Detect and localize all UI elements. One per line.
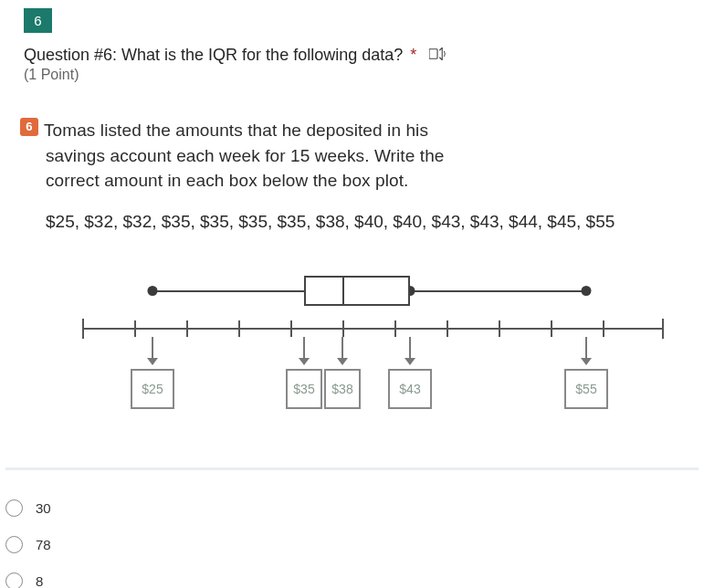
box-plot: $25 $35 $38 $43 $55 (29, 278, 675, 442)
arrow-down-icon (409, 337, 411, 364)
whisker-left (152, 290, 304, 292)
axis-tick (447, 320, 448, 337)
value-box-q3: $43 (388, 369, 432, 409)
inner-question-number: 6 (20, 118, 38, 136)
question-header: 6 Question #6: What is the IQR for the f… (0, 0, 704, 96)
axis-end-right (662, 319, 664, 339)
prompt-line-1: Tomas listed the amounts that he deposit… (44, 121, 428, 140)
radio-icon[interactable] (5, 499, 23, 517)
whisker-right (410, 290, 586, 292)
required-asterisk: * (410, 46, 416, 65)
number-line-axis (82, 328, 664, 330)
option-label: 30 (36, 500, 51, 516)
question-title: Question #6: What is the IQR for the fol… (24, 46, 403, 65)
question-title-row: Question #6: What is the IQR for the fol… (24, 46, 680, 65)
arrow-down-icon (152, 337, 153, 364)
max-dot (582, 286, 592, 296)
axis-tick (290, 320, 292, 337)
value-box-max: $55 (564, 369, 608, 409)
axis-tick (342, 320, 344, 337)
value-box-q1: $35 (286, 369, 322, 409)
axis-tick (238, 320, 240, 337)
option-label: 8 (36, 573, 43, 588)
question-content-image: 6Tomas listed the amounts that he deposi… (5, 105, 699, 470)
points-label: (1 Point) (24, 67, 680, 83)
immersive-reader-icon[interactable] (429, 46, 446, 65)
option-78[interactable]: 78 (5, 527, 699, 563)
arrow-down-icon (303, 337, 305, 364)
min-dot (148, 286, 158, 296)
iqr-box (304, 276, 410, 306)
axis-tick (551, 320, 552, 337)
axis-tick (499, 320, 500, 337)
axis-tick (394, 320, 396, 337)
arrow-down-icon (341, 337, 343, 364)
radio-icon[interactable] (5, 572, 23, 588)
answer-options: 30 78 8 3 (0, 470, 704, 588)
option-label: 78 (36, 537, 51, 552)
arrow-down-icon (585, 337, 587, 364)
prompt-line-3: correct amount in each box below the box… (46, 168, 684, 194)
data-values-list: $25, $32, $32, $35, $35, $35, $35, $38, … (20, 212, 684, 232)
median-line (342, 276, 344, 306)
radio-icon[interactable] (5, 536, 23, 553)
option-30[interactable]: 30 (5, 490, 699, 527)
value-box-min: $25 (131, 369, 174, 409)
axis-tick (186, 320, 188, 337)
question-number-badge: 6 (24, 8, 52, 33)
axis-tick (603, 320, 604, 337)
axis-end-left (82, 319, 84, 339)
axis-tick (134, 320, 136, 337)
option-8[interactable]: 8 (5, 563, 699, 588)
prompt-line-2: savings account each week for 15 weeks. … (46, 143, 684, 169)
svg-rect-0 (429, 49, 437, 59)
value-box-median: $38 (324, 369, 361, 409)
